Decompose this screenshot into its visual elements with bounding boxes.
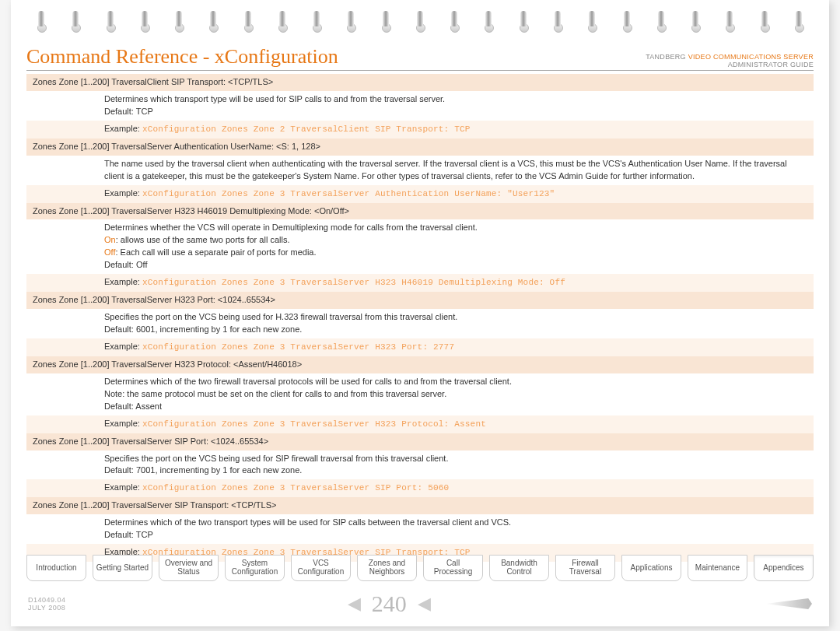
tab-firewall-traversal[interactable]: FirewallTraversal xyxy=(555,555,615,581)
tab-overview-and-status[interactable]: Overview andStatus xyxy=(159,555,219,581)
tab-applications[interactable]: Applications xyxy=(621,555,681,581)
guide-text: ADMINISTRATOR GUIDE xyxy=(728,61,814,68)
command-description: The name used by the traversal client wh… xyxy=(26,156,814,185)
tab-getting-started[interactable]: Getting Started xyxy=(93,555,152,581)
next-page-icon-small[interactable]: ◀ xyxy=(418,594,431,614)
tab-bar: IntroductionGetting StartedOverview andS… xyxy=(23,555,817,587)
footer: IntroductionGetting StartedOverview andS… xyxy=(23,555,817,617)
command-example: Example: xConfiguration Zones Zone 3 Tra… xyxy=(26,274,814,292)
brand-text: TANDBERG xyxy=(646,53,686,61)
tab-bandwidth-control[interactable]: BandwidthControl xyxy=(489,555,549,581)
pager: ◀ 240 ◀ xyxy=(348,591,431,617)
command-description: Determines which of the two transport ty… xyxy=(26,514,814,544)
tab-system-configuration[interactable]: SystemConfiguration xyxy=(225,555,285,581)
command-header: Zones Zone [1..200] TraversalServer H323… xyxy=(26,203,814,220)
command-header: Zones Zone [1..200] TraversalServer H323… xyxy=(26,356,814,373)
header-row: Command Reference - xConfiguration TANDB… xyxy=(26,45,814,71)
prev-page-icon[interactable]: ◀ xyxy=(348,594,361,614)
command-header: Zones Zone [1..200] TraversalServer H323… xyxy=(26,292,814,309)
command-description: Specifies the port on the VCS being used… xyxy=(26,450,814,480)
tab-zones-and-neighbors[interactable]: Zones andNeighbors xyxy=(357,555,417,581)
commands-table: Zones Zone [1..200] TraversalClient SIP … xyxy=(26,74,814,562)
tab-introduction[interactable]: Introduction xyxy=(26,555,86,581)
command-example: Example: xConfiguration Zones Zone 3 Tra… xyxy=(26,185,814,203)
command-header: Zones Zone [1..200] TraversalServer SIP … xyxy=(26,497,814,514)
command-header: Zones Zone [1..200] TraversalServer SIP … xyxy=(26,433,814,450)
command-description: Determines which transport type will be … xyxy=(26,91,814,121)
command-header: Zones Zone [1..200] TraversalServer Auth… xyxy=(26,138,814,156)
doc-id: D14049.04 JULY 2008 xyxy=(28,596,66,612)
command-header: Zones Zone [1..200] TraversalClient SIP … xyxy=(26,74,814,91)
command-description: Specifies the port on the VCS being used… xyxy=(26,309,814,338)
next-arrow-icon[interactable] xyxy=(765,598,812,609)
command-description: Determines which of the two firewall tra… xyxy=(26,373,814,415)
command-example: Example: xConfiguration Zones Zone 3 Tra… xyxy=(26,479,814,497)
binder-rings xyxy=(34,12,806,36)
page: Command Reference - xConfiguration TANDB… xyxy=(11,0,829,626)
page-number: 240 xyxy=(372,591,407,617)
product-text: VIDEO COMMUNICATIONS SERVER xyxy=(688,53,814,61)
header-branding: TANDBERG VIDEO COMMUNICATIONS SERVER ADM… xyxy=(646,53,814,68)
tab-maintenance[interactable]: Maintenance xyxy=(688,555,747,581)
footer-bottom: D14049.04 JULY 2008 ◀ 240 ◀ xyxy=(23,587,817,617)
tab-call-processing[interactable]: CallProcessing xyxy=(423,555,483,581)
content-area: Command Reference - xConfiguration TANDB… xyxy=(23,45,817,552)
command-example: Example: xConfiguration Zones Zone 3 Tra… xyxy=(26,415,814,433)
command-description: Determines whether the VCS will operate … xyxy=(26,219,814,274)
page-title: Command Reference - xConfiguration xyxy=(26,45,338,68)
command-example: Example: xConfiguration Zones Zone 2 Tra… xyxy=(26,121,814,138)
command-example: Example: xConfiguration Zones Zone 3 Tra… xyxy=(26,338,814,356)
tab-vcs-configuration[interactable]: VCSConfiguration xyxy=(291,555,351,581)
tab-appendices[interactable]: Appendices xyxy=(754,555,814,581)
